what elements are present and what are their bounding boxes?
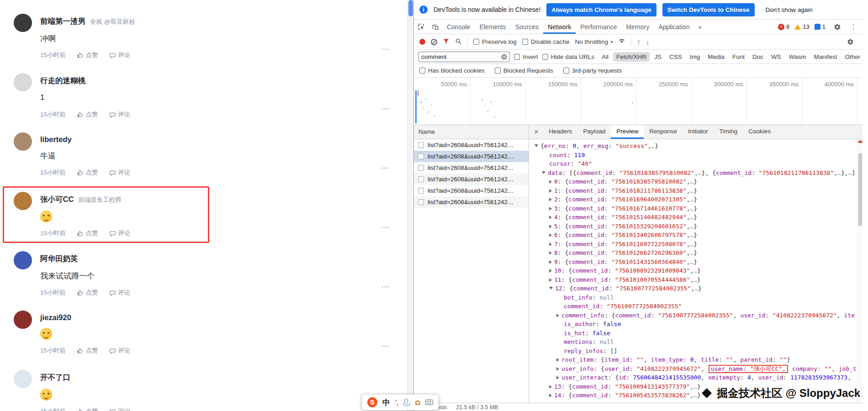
avatar[interactable] [14,14,32,32]
resource-chip-all[interactable]: All [598,52,612,62]
reply-button[interactable]: 评论 [109,289,131,297]
detail-tab-response[interactable]: Response [644,125,683,139]
resource-chip-manifest[interactable]: Manifest [810,52,840,62]
invert-label[interactable]: Invert [523,53,538,60]
detail-tab-preview[interactable]: Preview [611,125,644,139]
comment-more-options-icon[interactable]: ⋯ [381,341,391,351]
tab-network[interactable]: Network [543,20,576,34]
device-toolbar-icon[interactable] [428,20,442,34]
reply-button[interactable]: 评论 [109,111,131,119]
tab-application[interactable]: Application [654,20,694,34]
extra-filter-label[interactable]: Has blocked cookies [428,67,485,74]
comment-more-options-icon[interactable]: ⋯ [381,103,391,114]
comment-author[interactable]: libertedy [40,135,72,144]
expand-arrow-icon[interactable] [556,314,559,317]
like-button[interactable]: 点赞 [77,111,98,119]
expand-arrow-icon[interactable] [549,216,552,219]
comment-author[interactable]: jiezai920 [40,313,71,322]
tab-console[interactable]: Console [442,20,475,34]
avatar[interactable] [14,311,32,329]
request-row[interactable]: list?aid=2608&uuid=7561242… [414,162,529,174]
hide-data-urls-label[interactable]: Hide data URLs [551,53,594,60]
network-settings-gear-icon[interactable] [844,38,857,45]
comment-author[interactable]: 开不了口 [40,373,70,383]
more-panels-icon[interactable]: » [694,20,705,34]
disable-cache-checkbox[interactable] [522,39,528,45]
extra-filter-label[interactable]: Blocked Requests [503,67,553,74]
preserve-log-checkbox[interactable] [473,39,479,45]
resource-chip-media[interactable]: Media [704,52,728,62]
extra-filter-label[interactable]: 3rd-party requests [572,67,622,74]
expand-arrow-icon[interactable] [549,233,552,237]
expand-arrow-icon[interactable] [556,376,559,379]
avatar[interactable] [14,370,32,388]
resource-chip-fetch-xhr[interactable]: Fetch/XHR [613,52,650,62]
expand-arrow-icon[interactable] [549,207,552,211]
settings-gear-icon[interactable] [831,23,844,31]
tab-sources[interactable]: Sources [511,20,543,34]
preview-scrollbar-thumb[interactable] [858,153,862,226]
detail-tab-payload[interactable]: Payload [577,125,611,139]
3rd-party-requests-checkbox[interactable] [563,68,569,74]
detail-tab-cookies[interactable]: Cookies [743,125,776,139]
expand-arrow-icon[interactable] [542,171,545,174]
detail-tab-headers[interactable]: Headers [543,125,577,139]
warning-count-badge[interactable]: 13 [794,23,809,30]
request-row[interactable]: list?aid=2608&uuid=7561242… [414,185,529,196]
expand-arrow-icon[interactable] [549,260,552,264]
avatar[interactable] [14,192,32,210]
resource-chip-img[interactable]: Img [687,52,704,62]
reply-button[interactable]: 评论 [109,51,131,59]
clear-filter-icon[interactable] [501,54,507,60]
detail-tab-initiator[interactable]: Initiator [683,125,714,139]
export-har-icon[interactable]: ↓ [646,38,650,46]
close-detail-icon[interactable]: × [529,125,543,139]
comment-more-options-icon[interactable]: ⋯ [381,222,391,232]
comment-more-options-icon[interactable]: ⋯ [381,281,391,292]
like-button[interactable]: 点赞 [77,229,98,237]
preview-scrollbar[interactable] [857,139,863,403]
resource-chip-doc[interactable]: Doc [749,52,767,62]
expand-arrow-icon[interactable] [549,189,552,193]
blocked-requests-checkbox[interactable] [495,68,501,74]
like-button[interactable]: 点赞 [77,347,98,355]
comment-author[interactable]: 行走的迷糊桃 [40,76,85,86]
match-chrome-language-button[interactable]: Always match Chrome's language [546,3,656,16]
expand-arrow-icon[interactable] [549,251,552,255]
hide-data-urls-checkbox[interactable] [542,54,548,60]
request-row[interactable]: list?aid=2608&uuid=7561242… [414,174,529,185]
request-row[interactable]: list?aid=2608&uuid=7561242… [414,139,529,151]
symbol-picker-icon[interactable] [415,399,420,406]
search-icon[interactable] [455,38,462,46]
clear-network-log-icon[interactable] [431,39,437,45]
filter-funnel-icon[interactable] [443,38,450,46]
expand-arrow-icon[interactable] [549,287,553,290]
switch-devtools-chinese-button[interactable]: Switch DevTools to Chinese [662,3,755,16]
more-options-menu-icon[interactable]: ⋮ [849,23,858,31]
like-button[interactable]: 点赞 [77,51,98,59]
like-button[interactable]: 点赞 [77,407,98,411]
expand-arrow-icon[interactable] [549,180,552,184]
resource-chip-js[interactable]: JS [651,52,665,62]
reply-button[interactable]: 评论 [109,169,131,177]
comment-author[interactable]: 张小可CC [40,195,74,205]
preserve-log-label[interactable]: Preserve log [482,38,517,45]
expand-arrow-icon[interactable] [549,269,552,273]
virtual-keyboard-icon[interactable] [425,400,433,405]
dont-show-again-button[interactable]: Don't show again [761,3,818,16]
filter-input[interactable] [421,53,499,60]
expand-arrow-icon[interactable] [535,144,538,147]
avatar[interactable] [14,251,32,269]
expand-arrow-icon[interactable] [549,278,552,282]
issues-count-badge[interactable]: 1 [815,23,826,30]
error-count-badge[interactable]: 8 [778,23,789,30]
microphone-icon[interactable] [404,399,408,404]
expand-arrow-icon[interactable] [549,198,552,201]
expand-arrow-icon[interactable] [549,385,552,389]
resource-chip-ws[interactable]: WS [768,52,784,62]
detail-tab-timing[interactable]: Timing [714,125,743,139]
request-name-column-header[interactable]: Name [414,125,529,139]
tab-memory[interactable]: Memory [622,20,654,34]
resource-chip-font[interactable]: Font [729,52,748,62]
reply-button[interactable]: 评论 [109,347,131,355]
